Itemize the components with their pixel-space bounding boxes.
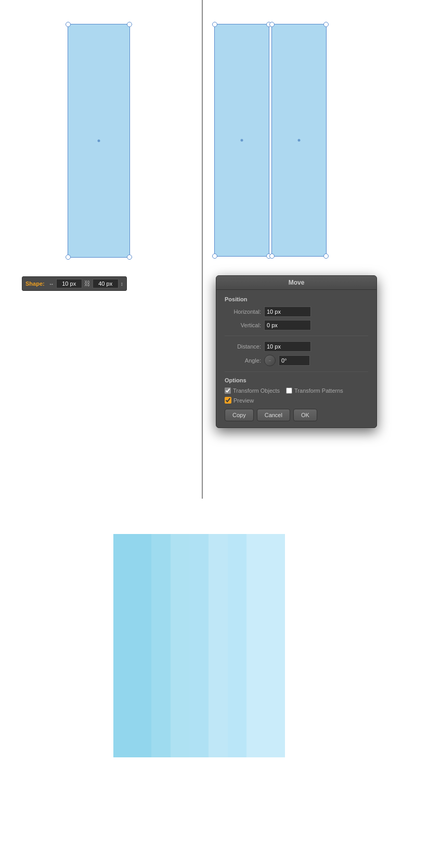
move-dialog: Move Position Horizontal: Vertical: Dist… (216, 275, 377, 428)
preview-checkbox[interactable] (225, 397, 231, 404)
height-icon: ↕ (121, 281, 123, 287)
options-row: Transform Objects Transform Patterns (225, 388, 368, 394)
main-handle-br[interactable] (323, 253, 329, 259)
width-icon: ↔ (49, 281, 54, 287)
main-center-dot (298, 139, 301, 142)
options-section: Options Transform Objects Transform Patt… (225, 377, 368, 394)
angle-dial[interactable]: − (264, 355, 276, 366)
transform-objects-checkbox[interactable] (225, 388, 231, 394)
left-shape-wrapper (67, 23, 131, 259)
vertical-input[interactable] (264, 320, 311, 330)
position-section-title: Position (225, 296, 368, 302)
copy-button[interactable]: Copy (225, 409, 254, 421)
cancel-button[interactable]: Cancel (257, 409, 290, 421)
main-handle-tl[interactable] (269, 22, 275, 27)
right-panel: Move Position Horizontal: Vertical: Dist… (203, 0, 442, 499)
main-handle-bl[interactable] (269, 253, 275, 259)
horizontal-label: Horizontal: (225, 309, 261, 315)
width-input[interactable] (56, 279, 82, 288)
bottom-shape-4 (228, 534, 285, 757)
left-panel: Shape: ↔ ⛓ ↕ (0, 0, 203, 499)
vertical-label: Vertical: (225, 322, 261, 328)
preview-row: Preview (225, 397, 368, 404)
transform-patterns-label: Transform Patterns (294, 388, 343, 394)
transform-patterns-checkbox-label[interactable]: Transform Patterns (286, 388, 343, 394)
distance-field: Distance: (225, 341, 368, 352)
preview-label: Preview (233, 397, 254, 404)
left-shape (68, 24, 130, 258)
shape-toolbar: Shape: ↔ ⛓ ↕ (22, 276, 127, 291)
copy-handle-bl[interactable] (212, 253, 217, 259)
height-input[interactable] (93, 279, 119, 288)
horizontal-input[interactable] (264, 306, 311, 317)
right-shapes-wrapper (213, 23, 328, 259)
transform-objects-checkbox-label[interactable]: Transform Objects (225, 388, 280, 394)
separator2 (225, 371, 368, 372)
top-section: Shape: ↔ ⛓ ↕ (0, 0, 442, 499)
bottom-section (0, 499, 442, 868)
right-shape-copy (214, 24, 269, 257)
dialog-body: Position Horizontal: Vertical: Distance:… (216, 290, 376, 428)
vertical-field: Vertical: (225, 320, 368, 330)
options-section-title: Options (225, 377, 368, 383)
copy-handle-tl[interactable] (212, 22, 217, 27)
angle-input[interactable] (279, 355, 310, 366)
handle-br[interactable] (127, 255, 132, 260)
handle-tr[interactable] (127, 22, 132, 27)
main-handle-tr[interactable] (323, 22, 329, 27)
handle-bl[interactable] (66, 255, 71, 260)
angle-field: Angle: − (225, 355, 368, 366)
transform-patterns-checkbox[interactable] (286, 388, 292, 394)
copy-center-dot (241, 139, 243, 142)
angle-label: Angle: (225, 357, 261, 364)
dialog-title: Move (216, 276, 376, 290)
handle-tl[interactable] (66, 22, 71, 27)
transform-objects-label: Transform Objects (233, 388, 280, 394)
distance-input[interactable] (264, 341, 311, 352)
center-dot (98, 140, 100, 142)
link-icon: ⛓ (84, 280, 90, 287)
distance-label: Distance: (225, 343, 261, 350)
horizontal-field: Horizontal: (225, 306, 368, 317)
separator1 (225, 336, 368, 336)
dialog-buttons: Copy Cancel OK (225, 409, 368, 421)
ok-button[interactable]: OK (293, 409, 317, 421)
right-shape-main (271, 24, 327, 257)
bottom-shapes (113, 534, 285, 757)
shape-label: Shape: (25, 281, 45, 287)
